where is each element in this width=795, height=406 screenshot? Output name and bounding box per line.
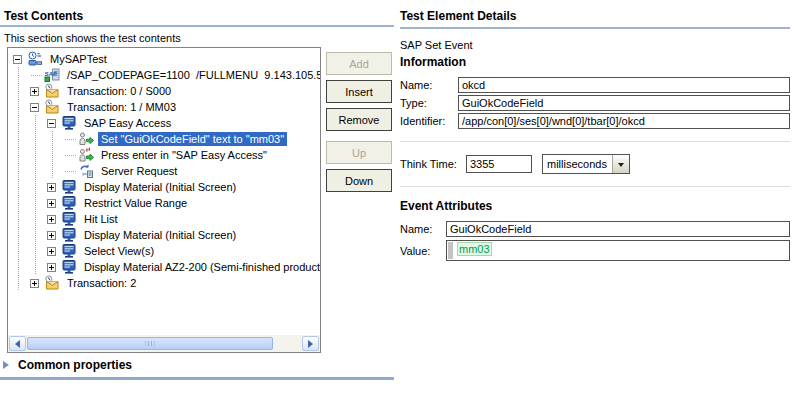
common-properties-toggle[interactable]: Common properties xyxy=(3,358,132,372)
sap-screen-icon xyxy=(61,243,77,259)
tree-item[interactable]: Display Material (Initial Screen) xyxy=(8,227,320,243)
remove-button[interactable]: Remove xyxy=(326,108,392,131)
common-properties-label: Common properties xyxy=(18,358,132,372)
think-time-label: Think Time: xyxy=(400,158,466,170)
collapse-icon[interactable] xyxy=(13,55,22,64)
tree-item-label: Transaction: 1 / MM03 xyxy=(64,100,179,114)
collapse-icon[interactable] xyxy=(47,119,56,128)
common-properties-rule xyxy=(0,377,394,380)
scroll-right-arrow-icon xyxy=(308,340,317,348)
tree-indent-guide xyxy=(30,211,47,227)
identifier-input[interactable] xyxy=(458,113,790,129)
tree-item[interactable]: Select View(s) xyxy=(8,243,320,259)
name-input[interactable] xyxy=(458,77,790,93)
attribute-value-input[interactable]: mm03 xyxy=(446,240,790,261)
scroll-left-button[interactable] xyxy=(9,336,26,351)
test-element-details-panel: Test Element Details SAP Set Event Infor… xyxy=(400,0,790,264)
tree-item-label: Press enter in "SAP Easy Access" xyxy=(98,148,270,162)
up-button[interactable]: Up xyxy=(326,141,392,164)
name-label: Name: xyxy=(400,79,458,91)
expand-icon[interactable] xyxy=(47,199,56,208)
tree-item[interactable]: Display Material (Initial Screen) xyxy=(8,179,320,195)
insert-button[interactable]: Insert xyxy=(326,80,392,103)
tree-item-label: Display Material (Initial Screen) xyxy=(81,228,239,242)
test-contents-title-rule xyxy=(0,25,394,27)
tree-item[interactable]: Transaction: 1 / MM03 xyxy=(8,99,320,115)
down-button[interactable]: Down xyxy=(326,169,392,192)
tree-item[interactable]: Press enter in "SAP Easy Access" xyxy=(8,147,320,163)
attribute-value-label: Value: xyxy=(400,245,446,257)
tree-indent-guide xyxy=(13,195,30,211)
sap-screen-icon xyxy=(61,195,77,211)
tree-item[interactable]: SAP Easy Access xyxy=(8,115,320,131)
attribute-value-text: mm03 xyxy=(457,242,492,256)
tree-item[interactable]: MySAPTest xyxy=(8,51,320,67)
dropdown-button[interactable] xyxy=(612,155,629,173)
tree-item-label: Set "GuiOkCodeField" text to "mm03" xyxy=(98,132,287,146)
tree-indent-guide xyxy=(13,243,30,259)
tree-connector xyxy=(64,147,77,163)
chevron-down-icon xyxy=(618,163,624,170)
tree-item-label: Display Material (Initial Screen) xyxy=(81,180,239,194)
test-contents-tree: MySAPTestSAP/SAP_CODEPAGE=1100 /FULLMENU… xyxy=(8,48,320,335)
test-element-details-title-rule xyxy=(400,27,790,29)
sap-screen-icon xyxy=(61,115,77,131)
svg-text:SAP: SAP xyxy=(45,71,58,77)
tree-item[interactable]: Hit List xyxy=(8,211,320,227)
sap-screen-icon xyxy=(61,227,77,243)
expand-icon[interactable] xyxy=(47,231,56,240)
tree-indent-guide xyxy=(30,163,47,179)
attribute-name-input[interactable] xyxy=(446,221,790,237)
think-time-unit-select[interactable]: milliseconds xyxy=(542,154,630,174)
expand-icon[interactable] xyxy=(47,183,56,192)
tree-item-label: Transaction: 0 / S000 xyxy=(64,84,174,98)
tree-item-label: /SAP_CODEPAGE=1100 /FULLMENU 9.143.105.5 xyxy=(64,68,320,82)
transaction-icon xyxy=(44,99,60,115)
collapse-icon[interactable] xyxy=(30,103,39,112)
test-element-details-title: Test Element Details xyxy=(400,9,790,23)
identifier-label: Identifier: xyxy=(400,115,458,127)
type-label: Type: xyxy=(400,97,458,109)
tree-item[interactable]: Restrict Value Range xyxy=(8,195,320,211)
expand-icon[interactable] xyxy=(47,215,56,224)
tree-indent-guide xyxy=(30,259,47,275)
type-input[interactable] xyxy=(458,95,790,111)
expand-icon[interactable] xyxy=(30,279,39,288)
tree-indent-guide xyxy=(30,243,47,259)
tree-item-label: Transaction: 2 xyxy=(64,276,139,290)
scroll-right-button[interactable] xyxy=(302,336,319,351)
server-request-icon xyxy=(78,163,94,179)
transaction-icon xyxy=(44,275,60,291)
scrollbar-thumb[interactable] xyxy=(27,337,273,350)
sap-connection-icon: SAP xyxy=(44,67,60,83)
expand-icon[interactable] xyxy=(47,263,56,272)
expand-icon[interactable] xyxy=(30,87,39,96)
tree-indent-guide xyxy=(13,147,30,163)
tree-item[interactable]: Set "GuiOkCodeField" text to "mm03" xyxy=(8,131,320,147)
information-fields: Name:Type:Identifier: xyxy=(400,77,790,129)
expand-icon[interactable] xyxy=(47,247,56,256)
tree-indent-guide xyxy=(13,275,30,291)
sap-test-icon xyxy=(27,51,43,67)
tree-item[interactable]: SAP/SAP_CODEPAGE=1100 /FULLMENU 9.143.10… xyxy=(8,67,320,83)
think-time-input[interactable] xyxy=(466,155,532,173)
tree-indent-guide xyxy=(13,259,30,275)
tree-item-label: Hit List xyxy=(81,212,121,226)
element-type-label: SAP Set Event xyxy=(400,39,790,51)
press-enter-icon xyxy=(78,147,94,163)
sap-screen-icon xyxy=(61,179,77,195)
tree-item[interactable]: Transaction: 0 / S000 xyxy=(8,83,320,99)
tree-item[interactable]: Server Request xyxy=(8,163,320,179)
tree-item[interactable]: Display Material AZ2-200 (Semi-finished … xyxy=(8,259,320,275)
tree-indent-guide xyxy=(47,163,64,179)
tree-indent-guide xyxy=(47,131,64,147)
tree-item[interactable]: Transaction: 2 xyxy=(8,275,320,291)
horizontal-scrollbar[interactable] xyxy=(8,335,320,352)
add-button[interactable]: Add xyxy=(326,52,392,75)
information-heading: Information xyxy=(400,55,790,69)
separator xyxy=(400,186,790,187)
set-event-icon xyxy=(78,131,94,147)
tree-buttons: AddInsertRemoveUpDown xyxy=(326,52,392,197)
tree-indent-guide xyxy=(30,227,47,243)
tree-indent-guide xyxy=(30,131,47,147)
